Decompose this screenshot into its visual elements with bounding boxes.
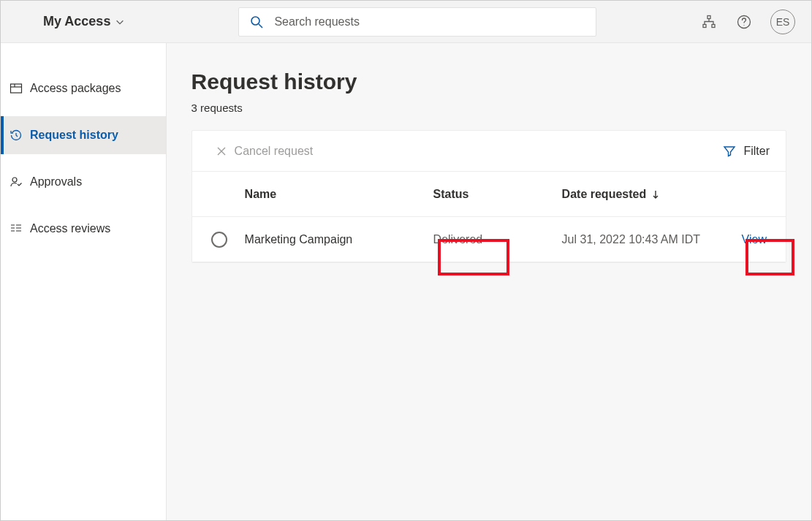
sidebar-item-label: Access packages xyxy=(30,82,121,95)
page-title: Request history xyxy=(191,69,786,94)
sidebar-item-label: Request history xyxy=(30,129,118,142)
sort-down-icon xyxy=(650,189,661,199)
help-icon xyxy=(737,15,751,29)
svg-rect-3 xyxy=(712,24,715,27)
reviews-icon xyxy=(10,222,23,235)
table-row[interactable]: Marketing Campaign Delivered Jul 31, 202… xyxy=(192,217,786,262)
svg-point-5 xyxy=(743,24,744,25)
sidebar-item-access-reviews[interactable]: Access reviews xyxy=(1,210,166,248)
chevron-down-icon xyxy=(115,17,125,27)
search-box[interactable] xyxy=(238,7,596,37)
topbar-actions: ES xyxy=(700,9,804,34)
sidebar-item-request-history[interactable]: Request history xyxy=(1,116,166,154)
column-header-status[interactable]: Status xyxy=(433,188,562,201)
sidebar: Access packages Request history Approval… xyxy=(1,43,167,520)
history-icon xyxy=(10,129,23,142)
filter-button[interactable]: Filter xyxy=(723,145,770,158)
directories-button[interactable] xyxy=(700,13,718,31)
cell-status: Delivered xyxy=(433,233,562,246)
help-button[interactable] xyxy=(735,13,753,31)
search-input[interactable] xyxy=(274,15,585,28)
approvals-icon xyxy=(10,175,23,189)
svg-rect-2 xyxy=(703,24,706,27)
sidebar-item-label: Approvals xyxy=(30,175,82,189)
sidebar-item-label: Access reviews xyxy=(30,222,110,235)
package-icon xyxy=(10,82,23,95)
page-subtitle: 3 requests xyxy=(191,102,786,114)
filter-icon xyxy=(723,145,736,158)
sitemap-icon xyxy=(702,15,716,29)
cell-name: Marketing Campaign xyxy=(245,233,433,246)
row-select-radio[interactable] xyxy=(211,232,227,248)
cancel-request-button[interactable]: Cancel request xyxy=(208,145,314,158)
column-header-name[interactable]: Name xyxy=(245,188,433,201)
view-link[interactable]: View xyxy=(742,233,767,246)
sidebar-item-access-packages[interactable]: Access packages xyxy=(1,69,166,107)
avatar[interactable]: ES xyxy=(770,9,795,34)
search-icon xyxy=(249,15,264,29)
brand-label: My Access xyxy=(43,14,110,29)
top-bar: My Access ES xyxy=(1,1,811,43)
cancel-request-label: Cancel request xyxy=(235,145,314,158)
table-header: Name Status Date requested xyxy=(192,172,786,217)
avatar-initials: ES xyxy=(776,16,790,28)
svg-point-0 xyxy=(251,17,259,25)
column-header-date[interactable]: Date requested xyxy=(562,188,742,201)
svg-point-7 xyxy=(12,178,17,182)
sidebar-item-approvals[interactable]: Approvals xyxy=(1,163,166,201)
svg-rect-6 xyxy=(11,84,22,93)
brand-dropdown[interactable]: My Access xyxy=(1,14,125,29)
request-panel: Cancel request Filter Name Status Date r… xyxy=(191,130,786,263)
close-icon xyxy=(216,145,227,157)
main-content: Request history 3 requests Cancel reques… xyxy=(167,43,811,520)
panel-toolbar: Cancel request Filter xyxy=(192,131,786,172)
svg-rect-1 xyxy=(707,15,710,18)
cell-date: Jul 31, 2022 10:43 AM IDT xyxy=(562,233,742,246)
filter-label: Filter xyxy=(743,145,770,158)
